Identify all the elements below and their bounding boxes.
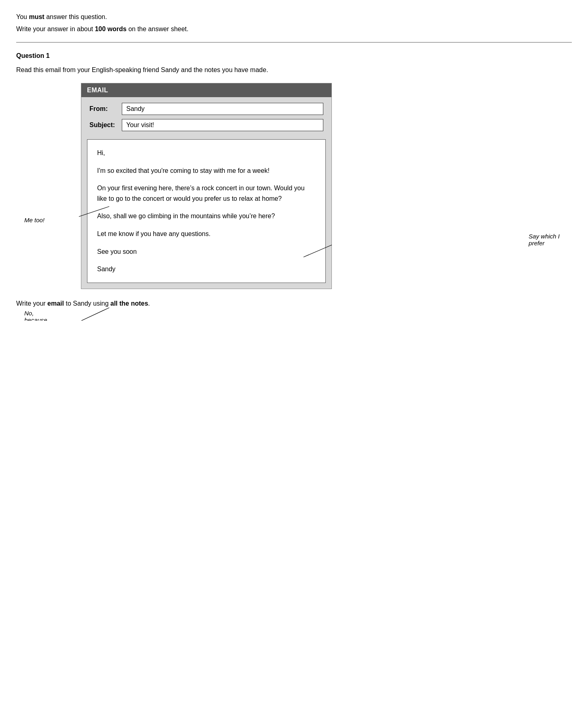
from-row: From: Sandy [89, 103, 323, 115]
body-signoff2: Sandy [97, 264, 316, 274]
question-label: Question 1 [16, 52, 572, 60]
annotation-say-which: Say which I prefer [529, 233, 560, 247]
section-divider [16, 42, 572, 43]
email-bold: email [47, 300, 64, 307]
body-para2: On your first evening here, there’s a ro… [97, 183, 316, 204]
subject-value: Your visit! [122, 119, 323, 131]
email-box: EMAIL From: Sandy Subject: Your visit! H… [81, 83, 332, 289]
write-instruction: Write your email to Sandy using all the … [16, 299, 572, 308]
from-value: Sandy [122, 103, 323, 115]
email-fields: From: Sandy Subject: Your visit! [81, 97, 331, 139]
body-para3: Also, shall we go climbing in the mounta… [97, 211, 316, 221]
all-notes-bold: all the notes [110, 300, 148, 307]
annotation-no-because: No, because … [24, 310, 55, 321]
email-wrapper: EMAIL From: Sandy Subject: Your visit! H… [81, 83, 491, 289]
instructions: You must answer this question. Write you… [16, 12, 572, 34]
subject-row: Subject: Your visit! [89, 119, 323, 131]
from-label: From: [89, 105, 122, 113]
instruction-line2: Write your answer in about 100 words on … [16, 24, 572, 34]
body-greeting: Hi, [97, 148, 316, 158]
email-body: Hi, I'm so excited that you're coming to… [87, 139, 326, 283]
100words-bold: 100 words [95, 26, 126, 32]
question-intro: Read this email from your English-speaki… [16, 65, 572, 75]
instruction-line1: You must answer this question. [16, 12, 572, 22]
annotation-me-too: Me too! [24, 217, 45, 223]
email-header: EMAIL [81, 83, 331, 97]
subject-label: Subject: [89, 121, 122, 129]
body-signoff1: See you soon [97, 247, 316, 257]
svg-line-1 [79, 308, 109, 321]
must-bold: must [29, 13, 44, 20]
body-para1: I'm so excited that you're coming to sta… [97, 166, 316, 176]
body-para4: Let me know if you have any questions. [97, 229, 316, 239]
